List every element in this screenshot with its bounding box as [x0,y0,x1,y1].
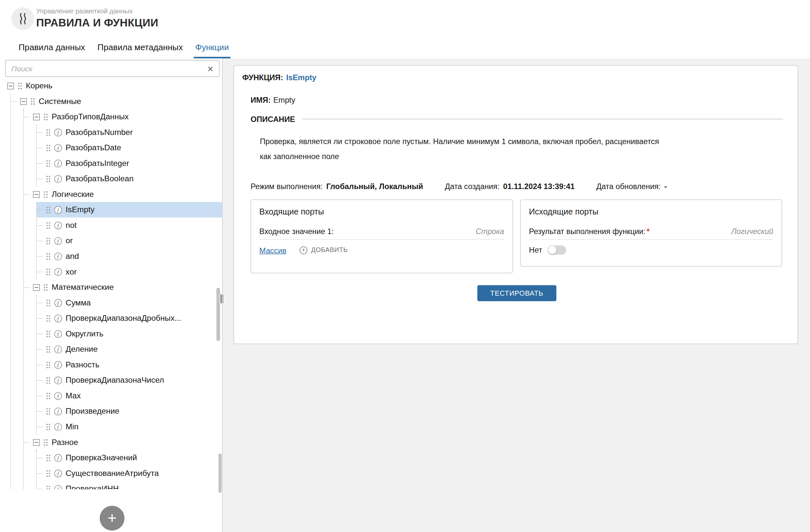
tree-item-label: Произведение [66,406,119,416]
clear-search-icon[interactable]: × [204,63,213,74]
scrollbar-thumb[interactable] [218,453,222,493]
incoming-port-actions: Массив + ДОБАВИТЬ [259,246,504,255]
drag-handle-icon[interactable] [18,82,22,90]
tree-item-Произведение[interactable]: ƒПроизведение [37,404,222,419]
tab-bar: Правила данных Правила метаданных Функци… [17,39,230,58]
tree-group-Системные[interactable]: Системные [11,94,222,109]
function-details-card: ФУНКЦИЯ:IsEmpty ИМЯ:Empty ОПИСАНИЕ Прове… [233,65,798,344]
plus-circle-icon: + [300,246,308,254]
drag-handle-icon[interactable] [43,113,48,120]
tree-item-РазобратьInteger[interactable]: ƒРазобратьInteger [37,156,222,171]
tree-item-СуществованиеАтрибута[interactable]: ƒСуществованиеАтрибута [37,466,222,481]
tab-metadata-rules[interactable]: Правила метаданных [96,39,184,58]
drag-handle-icon[interactable] [43,283,48,291]
tree-item-IsEmpty[interactable]: ƒIsEmpty [37,202,222,218]
drag-handle-icon[interactable] [46,330,50,338]
drag-handle-icon[interactable] [46,485,50,489]
drag-handle-icon[interactable] [46,206,50,214]
tree-item-and[interactable]: ƒand [37,248,222,264]
tree-item-label: and [66,252,79,261]
tree-item-label: Max [66,391,81,401]
toggle-knob [548,246,556,254]
drag-handle-icon[interactable] [46,159,50,167]
drag-handle-icon[interactable] [31,97,35,105]
drag-handle-icon[interactable] [43,190,48,198]
collapse-icon[interactable] [33,284,40,291]
drag-handle-icon[interactable] [46,314,50,322]
drag-handle-icon[interactable] [43,438,48,446]
drag-handle-icon[interactable] [46,407,50,415]
test-button[interactable]: ТЕСТИРОВАТЬ [477,285,556,301]
tree-item-РазобратьBoolean[interactable]: ƒРазобратьBoolean [37,171,222,187]
tree-group-Разное[interactable]: Разное [24,435,222,450]
function-icon: ƒ [54,330,62,338]
drag-handle-icon[interactable] [46,299,50,307]
collapse-icon[interactable] [33,113,40,120]
tree-group-Логические[interactable]: Логические [24,187,222,202]
tree-item-Max[interactable]: ƒMax [37,388,222,404]
collapse-icon[interactable] [33,439,40,446]
tree-item-ПроверкаДиапазонаДробных...[interactable]: ƒПроверкаДиапазонаДробных... [37,310,222,326]
drag-handle-icon[interactable] [46,376,50,384]
drag-handle-icon[interactable] [46,221,50,229]
drag-handle-icon[interactable] [46,423,50,431]
drag-handle-icon[interactable] [46,361,50,369]
drag-handle-icon[interactable] [46,469,50,477]
outgoing-port-type: Логический [731,227,773,235]
tree-item-ПроверкаЗначений[interactable]: ƒПроверкаЗначений [37,450,222,466]
add-function-button[interactable]: + [100,506,125,531]
tab-functions[interactable]: Функции [194,39,230,58]
drag-handle-icon[interactable] [46,144,50,151]
tree-item-ПроверкаИНН[interactable]: ƒПроверкаИНН [37,481,222,489]
tree-item-label: IsEmpty [66,205,95,214]
tree-item-label: Математические [51,283,113,292]
tree-children: ƒПроверкаЗначенийƒСуществованиеАтрибутаƒ… [36,450,222,489]
drag-handle-icon[interactable] [46,128,50,136]
tree-item-ПроверкаДиапазонаЧисел[interactable]: ƒПроверкаДиапазонаЧисел [37,373,222,388]
drag-handle-icon[interactable] [46,345,50,353]
array-link[interactable]: Массив [259,246,287,255]
panel-resize-handle[interactable] [220,294,224,303]
tree-item-Округлить[interactable]: ƒОкруглить [37,326,222,342]
tree-group-Математические[interactable]: Математические [24,279,222,295]
tree-item-РазобратьDate[interactable]: ƒРазобратьDate [37,140,222,156]
tree-item-label: ПроверкаДиапазонаЧисел [66,375,164,385]
function-icon: ƒ [54,128,62,136]
function-icon: ƒ [54,175,62,182]
tree-item-label: РазобратьDate [66,143,121,152]
tree-item-xor[interactable]: ƒxor [37,264,222,280]
tree-item-not[interactable]: ƒnot [37,217,222,233]
search-input[interactable] [12,64,205,72]
function-icon: ƒ [54,237,62,245]
function-icon: ƒ [54,361,62,369]
execution-mode-label: Режим выполнения: [251,181,323,190]
function-icon: ƒ [54,268,62,276]
tree-item-РазобратьNumber[interactable]: ƒРазобратьNumber [37,125,222,140]
tree-item-label: СуществованиеАтрибута [66,468,159,478]
tree-group-РазборТиповДанных[interactable]: РазборТиповДанных [24,109,222,125]
outgoing-port-row: Результат выполнения функции:* Логически… [529,227,774,240]
tree-item-or[interactable]: ƒor [37,233,222,249]
created-date-value: 01.11.2024 13:39:41 [503,181,574,190]
tree-item-Min[interactable]: ƒMin [37,419,222,435]
incoming-ports-panel: Входящие порты Входное значение 1: Строк… [251,199,513,273]
function-icon: ƒ [54,206,62,214]
tab-data-rules[interactable]: Правила данных [17,39,87,58]
result-toggle[interactable] [547,245,566,255]
add-port-button[interactable]: + ДОБАВИТЬ [300,246,348,254]
outgoing-ports-panel: Исходящие порты Результат выполнения фун… [520,199,782,266]
drag-handle-icon[interactable] [46,252,50,260]
drag-handle-icon[interactable] [46,237,50,245]
drag-handle-icon[interactable] [46,454,50,462]
collapse-icon[interactable] [20,98,27,104]
collapse-icon[interactable] [7,82,14,89]
tree-item-Разность[interactable]: ƒРазность [37,357,222,373]
drag-handle-icon[interactable] [46,392,50,400]
tree-group-Корень[interactable]: Корень [7,78,222,94]
tree-item-Сумма[interactable]: ƒСумма [37,295,222,311]
tree-item-Деление[interactable]: ƒДеление [37,342,222,357]
function-name-link[interactable]: IsEmpty [286,73,316,81]
collapse-icon[interactable] [33,191,40,198]
drag-handle-icon[interactable] [46,175,50,182]
drag-handle-icon[interactable] [46,268,50,276]
